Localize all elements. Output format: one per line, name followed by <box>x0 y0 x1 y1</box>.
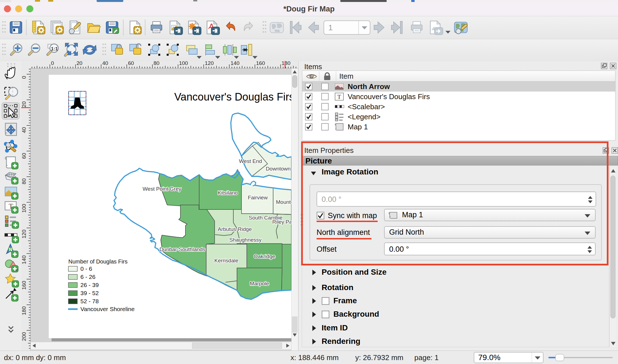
svg-text:80: 80 <box>154 61 159 66</box>
svg-text:Dunbar-Southlands: Dunbar-Southlands <box>159 246 205 252</box>
svg-text:Number of Douglas Firs: Number of Douglas Firs <box>68 258 127 265</box>
svg-text:Vancouver's Douglas Firs: Vancouver's Douglas Firs <box>174 91 291 103</box>
svg-text:Marpole: Marpole <box>250 281 269 286</box>
svg-text:Shaughnessy: Shaughnessy <box>229 237 262 243</box>
svg-text:60: 60 <box>21 153 27 159</box>
svg-text:Downtown: Downtown <box>266 166 291 172</box>
svg-text:80: 80 <box>21 178 27 184</box>
svg-text:Arbutus-Ridge: Arbutus-Ridge <box>218 226 252 232</box>
svg-text:Vancouver Shoreline: Vancouver Shoreline <box>80 306 134 312</box>
svg-text:N: N <box>9 247 12 252</box>
svg-text:West End: West End <box>239 158 262 164</box>
svg-text:0: 0 <box>21 76 27 79</box>
svg-text:Kerrisdale: Kerrisdale <box>214 258 238 263</box>
svg-text:160: 160 <box>256 61 265 66</box>
svg-text:Fairview: Fairview <box>248 195 268 200</box>
svg-text:Mount Pleasant: Mount Pleasant <box>276 199 291 205</box>
svg-text:Kitsilano: Kitsilano <box>218 190 238 196</box>
svg-text:West Point Grey: West Point Grey <box>143 186 181 192</box>
svg-text:200: 200 <box>21 332 27 341</box>
svg-text:100: 100 <box>179 61 188 66</box>
svg-text:52 - 78: 52 - 78 <box>80 298 99 304</box>
svg-text:Riley Park: Riley Park <box>272 219 291 225</box>
svg-text:120: 120 <box>21 230 27 239</box>
svg-text:26 - 39: 26 - 39 <box>80 282 99 288</box>
svg-text:39 - 52: 39 - 52 <box>80 290 99 296</box>
svg-text:160: 160 <box>21 281 27 290</box>
svg-text:60: 60 <box>128 61 134 66</box>
svg-text:20: 20 <box>21 101 27 107</box>
svg-text:180: 180 <box>21 306 27 315</box>
svg-text:6 - 26: 6 - 26 <box>80 274 96 280</box>
svg-text:100: 100 <box>21 204 27 213</box>
svg-text:Oakridge: Oakridge <box>254 253 275 259</box>
svg-text:T: T <box>337 93 341 100</box>
svg-text:140: 140 <box>231 61 240 66</box>
svg-text:40: 40 <box>102 61 108 66</box>
svg-text:0 - 6: 0 - 6 <box>80 265 92 272</box>
svg-text:120: 120 <box>205 61 214 66</box>
svg-text:1: 1 <box>328 23 333 32</box>
svg-text:20: 20 <box>76 61 82 66</box>
svg-text:180: 180 <box>282 61 291 66</box>
svg-text:0: 0 <box>51 61 54 66</box>
svg-text:140: 140 <box>21 255 27 264</box>
svg-text:40: 40 <box>21 127 27 133</box>
svg-text:1:1: 1:1 <box>51 46 58 52</box>
